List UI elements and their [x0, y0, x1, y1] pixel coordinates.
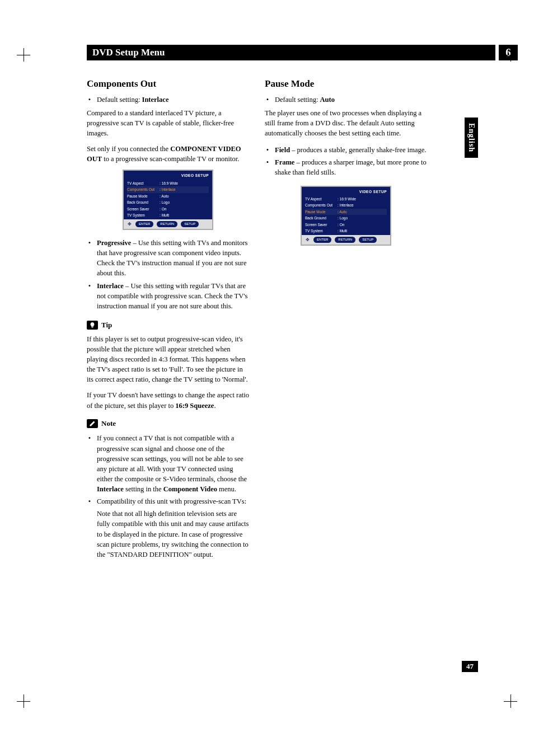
osd-screenshot-components-out: VIDEO SETUP TV Aspect16:9 WideComponents…: [123, 170, 213, 230]
options-list: •Field – produces a stable, generally sh…: [265, 144, 427, 179]
osd-row: TV SystemMulti: [305, 228, 387, 234]
osd-footer-button: SETUP: [359, 237, 377, 243]
left-column: Components Out • Default setting: Interl…: [87, 74, 249, 567]
osd-row: TV SystemMulti: [127, 212, 209, 218]
osd-row: TV Aspect16:9 Wide: [127, 180, 209, 186]
crop-mark: [17, 694, 30, 708]
osd-row: Back GroundLogo: [127, 199, 209, 205]
osd-row: Components OutInterlace: [305, 202, 387, 208]
list-item: •Field – produces a stable, generally sh…: [265, 144, 427, 156]
osd-footer-button: RETURN: [335, 237, 355, 243]
default-setting-line: • Default setting: Interlace: [87, 95, 249, 105]
osd-footer-button: SETUP: [181, 221, 199, 227]
osd-footer-button: ENTER: [313, 237, 331, 243]
default-setting-value: Auto: [320, 96, 335, 104]
crop-mark: [17, 48, 30, 62]
tip-callout: Tip: [87, 320, 249, 331]
section-heading-pause-mode: Pause Mode: [265, 77, 427, 91]
note-label: Note: [101, 419, 116, 429]
osd-row: Components OutInterlace: [127, 186, 209, 192]
nav-arrows-icon: ✥: [305, 237, 310, 243]
body-text: The player uses one of two processes whe…: [265, 108, 427, 138]
osd-row: Screen SaverOn: [305, 222, 387, 228]
osd-row: Pause ModeAuto: [127, 193, 209, 199]
body-text: Set only if you connected the COMPONENT …: [87, 144, 249, 164]
nav-arrows-icon: ✥: [127, 222, 132, 227]
crop-mark: [504, 694, 517, 708]
osd-row: Back GroundLogo: [305, 215, 387, 221]
osd-footer-button: ENTER: [135, 221, 153, 227]
list-item: •If you connect a TV that is not compati…: [87, 432, 249, 495]
osd-row: Pause ModeAuto: [305, 209, 387, 215]
list-item: •Compatibility of this unit with progres…: [87, 495, 249, 561]
language-tab: English: [465, 118, 478, 158]
osd-title: VIDEO SETUP: [305, 189, 387, 194]
osd-footer-button: RETURN: [157, 221, 177, 227]
osd-row: Screen SaverOn: [127, 206, 209, 212]
osd-screenshot-pause-mode: VIDEO SETUP TV Aspect16:9 WideComponents…: [301, 186, 391, 246]
default-setting-value: Interlace: [142, 96, 169, 104]
tip-icon: [87, 321, 98, 330]
osd-title: VIDEO SETUP: [127, 173, 209, 178]
header-title: DVD Setup Menu: [87, 45, 495, 60]
default-setting-line: • Default setting: Auto: [265, 95, 427, 105]
notes-list: •If you connect a TV that is not compati…: [87, 432, 249, 561]
tip-text: If your TV doesn't have settings to chan…: [87, 390, 249, 410]
note-icon: [87, 419, 98, 428]
note-callout: Note: [87, 419, 249, 429]
list-item: •Frame – produces a sharper image, but m…: [265, 156, 427, 179]
right-column: Pause Mode • Default setting: Auto The p…: [265, 74, 427, 567]
options-list: •Progressive – Use this setting with TVs…: [87, 237, 249, 312]
osd-row: TV Aspect16:9 Wide: [305, 196, 387, 202]
tip-label: Tip: [101, 320, 112, 331]
crop-mark: [504, 48, 517, 62]
section-heading-components-out: Components Out: [87, 77, 249, 91]
page-header: DVD Setup Menu 6: [87, 45, 518, 60]
tip-text: If this player is set to output progress…: [87, 334, 249, 385]
page-number: 47: [462, 661, 478, 672]
default-setting-label: Default setting:: [97, 96, 140, 104]
list-item: •Progressive – Use this setting with TVs…: [87, 237, 249, 280]
body-text: Compared to a standard interlaced TV pic…: [87, 108, 249, 138]
list-item: •Interlace – Use this setting with regul…: [87, 280, 249, 312]
default-setting-label: Default setting:: [275, 96, 318, 104]
